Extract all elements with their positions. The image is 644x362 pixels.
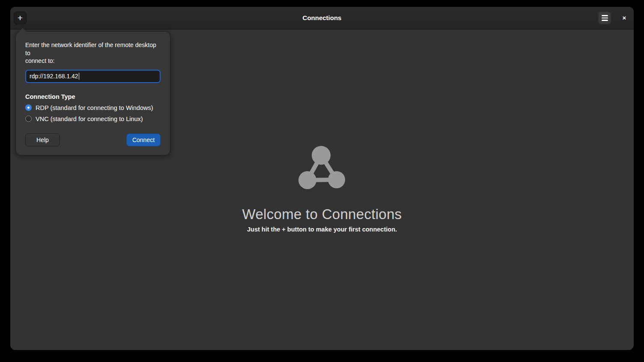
welcome-subtitle: Just hit the + button to make your first…: [247, 226, 397, 233]
popover-button-row: Help Connect: [25, 134, 161, 146]
connection-type-heading: Connection Type: [25, 93, 161, 100]
primary-menu-button[interactable]: [598, 12, 611, 24]
hamburger-icon: [602, 15, 608, 16]
new-connection-popover: Enter the network identifier of the remo…: [15, 31, 170, 155]
radio-option-vnc[interactable]: VNC (standard for connecting to Linux): [25, 116, 161, 122]
address-input[interactable]: rdp://192.168.1.42: [25, 70, 161, 83]
plus-icon: +: [18, 13, 23, 23]
address-input-value: rdp://192.168.1.42: [30, 73, 78, 80]
radio-button-selected-icon[interactable]: [25, 104, 32, 111]
network-triangle-icon: [298, 146, 346, 190]
empty-state: Welcome to Connections Just hit the + bu…: [10, 146, 634, 233]
close-window-button[interactable]: ×: [618, 12, 631, 24]
help-button[interactable]: Help: [25, 134, 60, 146]
close-icon: ×: [623, 14, 626, 21]
connect-button[interactable]: Connect: [126, 134, 161, 146]
radio-option-rdp[interactable]: RDP (standard for connecting to Windows): [25, 104, 161, 111]
header-bar: Connections + ×: [10, 7, 634, 30]
radio-button-unselected-icon[interactable]: [25, 116, 32, 122]
add-connection-button[interactable]: +: [14, 12, 27, 24]
plus-glyph: +: [282, 226, 285, 233]
app-window: Connections + × Enter the network identi…: [10, 7, 634, 350]
text-caret: [79, 73, 80, 80]
window-title: Connections: [10, 7, 634, 29]
network-identifier-prompt: Enter the network identifier of the remo…: [25, 41, 161, 65]
welcome-title: Welcome to Connections: [242, 206, 402, 223]
